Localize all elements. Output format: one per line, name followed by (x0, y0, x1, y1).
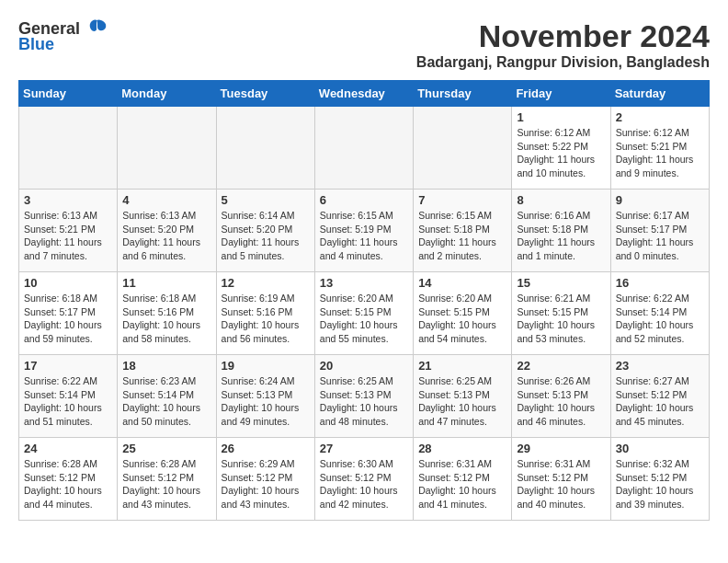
day-info: Sunrise: 6:14 AM Sunset: 5:20 PM Dayligh… (222, 209, 310, 263)
day-info: Sunrise: 6:30 AM Sunset: 5:12 PM Dayligh… (320, 457, 408, 511)
day-number: 22 (517, 359, 605, 373)
day-info: Sunrise: 6:27 AM Sunset: 5:12 PM Dayligh… (616, 374, 704, 429)
day-number: 5 (222, 193, 310, 207)
day-info: Sunrise: 6:13 AM Sunset: 5:21 PM Dayligh… (24, 209, 112, 263)
day-number: 3 (24, 193, 112, 207)
day-number: 4 (122, 193, 210, 207)
calendar-cell: 14Sunrise: 6:20 AM Sunset: 5:15 PM Dayli… (414, 272, 512, 355)
calendar-cell: 18Sunrise: 6:23 AM Sunset: 5:14 PM Dayli… (118, 355, 216, 438)
calendar-cell: 5Sunrise: 6:14 AM Sunset: 5:20 PM Daylig… (216, 190, 314, 272)
day-number: 6 (320, 193, 408, 207)
day-number: 9 (616, 193, 704, 207)
weekday-header-friday: Friday (512, 81, 610, 107)
calendar-cell: 15Sunrise: 6:21 AM Sunset: 5:15 PM Dayli… (512, 272, 610, 355)
week-row-1: 1Sunrise: 6:12 AM Sunset: 5:22 PM Daylig… (19, 107, 710, 190)
calendar-cell: 10Sunrise: 6:18 AM Sunset: 5:17 PM Dayli… (19, 272, 118, 355)
day-number: 24 (24, 442, 112, 455)
day-number: 30 (616, 442, 704, 455)
calendar-cell: 22Sunrise: 6:26 AM Sunset: 5:13 PM Dayli… (512, 355, 610, 438)
day-number: 26 (222, 442, 310, 455)
day-info: Sunrise: 6:31 AM Sunset: 5:12 PM Dayligh… (517, 457, 605, 511)
title-area: November 2024 Badarganj, Rangpur Divisio… (416, 18, 710, 71)
day-info: Sunrise: 6:26 AM Sunset: 5:13 PM Dayligh… (517, 374, 605, 429)
week-row-4: 17Sunrise: 6:22 AM Sunset: 5:14 PM Dayli… (19, 355, 710, 438)
day-info: Sunrise: 6:22 AM Sunset: 5:14 PM Dayligh… (616, 292, 704, 346)
day-info: Sunrise: 6:16 AM Sunset: 5:18 PM Dayligh… (517, 209, 605, 263)
calendar-cell (19, 107, 118, 190)
calendar-cell (216, 107, 314, 190)
calendar-cell (414, 107, 512, 190)
day-number: 29 (517, 442, 605, 455)
location-title: Badarganj, Rangpur Division, Bangladesh (416, 54, 710, 71)
day-info: Sunrise: 6:19 AM Sunset: 5:16 PM Dayligh… (222, 292, 310, 346)
calendar-cell: 11Sunrise: 6:18 AM Sunset: 5:16 PM Dayli… (118, 272, 216, 355)
day-number: 25 (122, 442, 210, 455)
day-number: 1 (517, 110, 605, 124)
weekday-header-wednesday: Wednesday (314, 81, 413, 107)
week-row-2: 3Sunrise: 6:13 AM Sunset: 5:21 PM Daylig… (19, 190, 710, 272)
day-number: 21 (418, 359, 506, 373)
calendar-cell: 20Sunrise: 6:25 AM Sunset: 5:13 PM Dayli… (314, 355, 413, 438)
day-info: Sunrise: 6:15 AM Sunset: 5:18 PM Dayligh… (418, 209, 506, 263)
day-info: Sunrise: 6:31 AM Sunset: 5:12 PM Dayligh… (418, 457, 506, 511)
day-info: Sunrise: 6:24 AM Sunset: 5:13 PM Dayligh… (222, 374, 310, 429)
weekday-header-monday: Monday (118, 81, 216, 107)
calendar-cell: 21Sunrise: 6:25 AM Sunset: 5:13 PM Dayli… (414, 355, 512, 438)
calendar-cell: 13Sunrise: 6:20 AM Sunset: 5:15 PM Dayli… (314, 272, 413, 355)
day-number: 15 (517, 276, 605, 290)
calendar-cell: 30Sunrise: 6:32 AM Sunset: 5:12 PM Dayli… (610, 438, 709, 521)
calendar-cell: 24Sunrise: 6:28 AM Sunset: 5:12 PM Dayli… (19, 438, 118, 521)
calendar-cell: 8Sunrise: 6:16 AM Sunset: 5:18 PM Daylig… (512, 190, 610, 272)
calendar-cell (314, 107, 413, 190)
weekday-header-tuesday: Tuesday (216, 81, 314, 107)
day-info: Sunrise: 6:12 AM Sunset: 5:22 PM Dayligh… (517, 126, 605, 180)
month-title: November 2024 (416, 18, 710, 54)
logo: General Blue (18, 18, 109, 54)
day-info: Sunrise: 6:32 AM Sunset: 5:12 PM Dayligh… (616, 457, 704, 511)
logo-bird-icon (84, 18, 109, 39)
week-row-3: 10Sunrise: 6:18 AM Sunset: 5:17 PM Dayli… (19, 272, 710, 355)
day-info: Sunrise: 6:20 AM Sunset: 5:15 PM Dayligh… (320, 292, 408, 346)
day-info: Sunrise: 6:23 AM Sunset: 5:14 PM Dayligh… (122, 374, 210, 429)
day-number: 18 (122, 359, 210, 373)
day-number: 16 (616, 276, 704, 290)
weekday-header-saturday: Saturday (610, 81, 709, 107)
day-info: Sunrise: 6:25 AM Sunset: 5:13 PM Dayligh… (418, 374, 506, 429)
day-info: Sunrise: 6:13 AM Sunset: 5:20 PM Dayligh… (122, 209, 210, 263)
week-row-5: 24Sunrise: 6:28 AM Sunset: 5:12 PM Dayli… (19, 438, 710, 521)
day-info: Sunrise: 6:28 AM Sunset: 5:12 PM Dayligh… (122, 457, 210, 511)
day-info: Sunrise: 6:22 AM Sunset: 5:14 PM Dayligh… (24, 374, 112, 429)
calendar-cell: 2Sunrise: 6:12 AM Sunset: 5:21 PM Daylig… (610, 107, 709, 190)
day-number: 11 (122, 276, 210, 290)
calendar-cell: 4Sunrise: 6:13 AM Sunset: 5:20 PM Daylig… (118, 190, 216, 272)
day-number: 19 (222, 359, 310, 373)
day-number: 27 (320, 442, 408, 455)
day-number: 12 (222, 276, 310, 290)
weekday-header-row: SundayMondayTuesdayWednesdayThursdayFrid… (19, 81, 710, 107)
calendar-cell: 3Sunrise: 6:13 AM Sunset: 5:21 PM Daylig… (19, 190, 118, 272)
calendar-cell: 9Sunrise: 6:17 AM Sunset: 5:17 PM Daylig… (610, 190, 709, 272)
logo-blue-text: Blue (18, 35, 54, 54)
calendar-cell: 23Sunrise: 6:27 AM Sunset: 5:12 PM Dayli… (610, 355, 709, 438)
calendar-cell: 16Sunrise: 6:22 AM Sunset: 5:14 PM Dayli… (610, 272, 709, 355)
calendar-cell: 6Sunrise: 6:15 AM Sunset: 5:19 PM Daylig… (314, 190, 413, 272)
calendar-cell: 27Sunrise: 6:30 AM Sunset: 5:12 PM Dayli… (314, 438, 413, 521)
day-info: Sunrise: 6:18 AM Sunset: 5:16 PM Dayligh… (122, 292, 210, 346)
calendar-table: SundayMondayTuesdayWednesdayThursdayFrid… (18, 80, 710, 521)
day-info: Sunrise: 6:21 AM Sunset: 5:15 PM Dayligh… (517, 292, 605, 346)
calendar-cell: 17Sunrise: 6:22 AM Sunset: 5:14 PM Dayli… (19, 355, 118, 438)
calendar-cell (118, 107, 216, 190)
calendar-cell: 7Sunrise: 6:15 AM Sunset: 5:18 PM Daylig… (414, 190, 512, 272)
day-number: 17 (24, 359, 112, 373)
day-info: Sunrise: 6:12 AM Sunset: 5:21 PM Dayligh… (616, 126, 704, 180)
calendar-cell: 19Sunrise: 6:24 AM Sunset: 5:13 PM Dayli… (216, 355, 314, 438)
calendar-cell: 25Sunrise: 6:28 AM Sunset: 5:12 PM Dayli… (118, 438, 216, 521)
calendar-cell: 1Sunrise: 6:12 AM Sunset: 5:22 PM Daylig… (512, 107, 610, 190)
calendar-cell: 28Sunrise: 6:31 AM Sunset: 5:12 PM Dayli… (414, 438, 512, 521)
weekday-header-thursday: Thursday (414, 81, 512, 107)
day-number: 7 (418, 193, 506, 207)
page-header: General Blue November 2024 Badarganj, Ra… (18, 18, 710, 71)
day-info: Sunrise: 6:18 AM Sunset: 5:17 PM Dayligh… (24, 292, 112, 346)
day-number: 13 (320, 276, 408, 290)
day-info: Sunrise: 6:15 AM Sunset: 5:19 PM Dayligh… (320, 209, 408, 263)
